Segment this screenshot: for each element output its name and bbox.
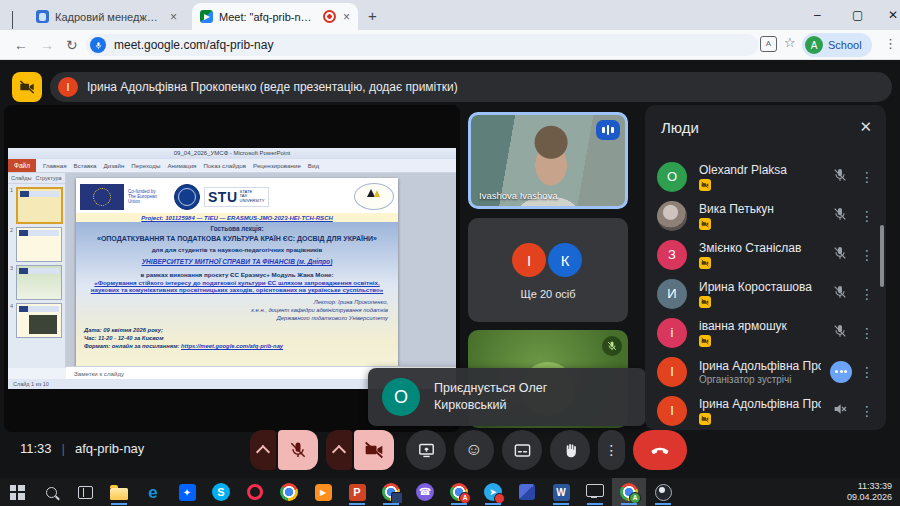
taskbar-clock[interactable]: 11:33:39 09.04.2026 — [847, 481, 900, 504]
powerpoint-ribbon: Файл Главная Вставка Дизайн Переходы Ани… — [8, 159, 456, 173]
dropbox-icon[interactable]: ✦ — [170, 478, 204, 506]
partner-oval-logo — [354, 183, 394, 210]
window-maximize-button[interactable]: ▢ — [852, 8, 863, 22]
ribbon-tab[interactable]: Дизайн — [104, 162, 125, 169]
ribbon-tab[interactable]: Анимация — [167, 162, 196, 169]
avatar: і — [657, 318, 687, 348]
ribbon-tab[interactable]: Переходы — [131, 162, 160, 169]
obs-icon[interactable] — [646, 478, 680, 506]
edge-icon[interactable]: e — [136, 478, 170, 506]
camera-toggle-button-off[interactable] — [354, 430, 394, 470]
university-line: УНІВЕРСИТЕТУ МИТНОЇ СПРАВИ ТА ФІНАНСІВ (… — [76, 258, 398, 265]
participant-menu-icon[interactable]: ⋮ — [860, 209, 874, 223]
audio-off-icon[interactable] — [832, 401, 848, 421]
powerpoint-icon[interactable]: P — [340, 478, 374, 506]
mic-off-icon[interactable] — [832, 284, 848, 304]
participant-menu-icon[interactable]: ⋮ — [860, 365, 874, 379]
chrome-profile-green-icon[interactable]: A — [612, 478, 646, 506]
task-view-icon[interactable] — [68, 478, 102, 506]
telegram-icon[interactable]: ➤ — [476, 478, 510, 506]
participant-menu-icon[interactable]: ⋮ — [860, 287, 874, 301]
lecturer-block: Лектор: Ірина Прокопенко, к.е.н., доцент… — [76, 299, 398, 322]
file-explorer-icon[interactable] — [102, 478, 136, 506]
start-button-icon[interactable] — [0, 478, 34, 506]
window-minimize-button[interactable]: – — [814, 8, 821, 22]
ribbon-tab[interactable]: Главная — [43, 162, 67, 169]
mic-off-icon — [602, 336, 622, 356]
emoji-reaction-button[interactable]: ☺ — [454, 430, 494, 470]
translate-icon[interactable]: A — [760, 36, 777, 52]
slide-thumbnail-2[interactable] — [16, 227, 62, 262]
mic-off-icon[interactable] — [832, 167, 848, 187]
blue-box-app-icon[interactable] — [510, 478, 544, 506]
tab2-title: Meet: "afq-prib-nay" — [219, 11, 315, 23]
powerpoint-window: 09_04_2026_УМСФ - Microsoft PowerPoint Ф… — [8, 148, 456, 389]
presentation-off-button[interactable] — [12, 72, 42, 102]
ribbon-tab[interactable]: Показ слайдов — [203, 162, 246, 169]
participant-menu-icon[interactable]: ⋮ — [860, 326, 874, 340]
people-panel-scrollbar[interactable] — [880, 225, 884, 287]
chrome-icon[interactable] — [272, 478, 306, 506]
video-tile-speaker[interactable]: Ivashova Ivashova — [468, 112, 628, 209]
mic-off-icon[interactable] — [832, 323, 848, 343]
raise-hand-button[interactable] — [550, 430, 590, 470]
back-button[interactable]: ← — [14, 37, 28, 53]
site-mic-permission-icon[interactable] — [90, 37, 106, 53]
url-text: meet.google.com/afq-prib-nay — [114, 38, 273, 52]
slide-thumbnail-1[interactable] — [16, 187, 63, 224]
more-participants-tile[interactable]: І К Ще 20 осіб — [468, 218, 628, 322]
browser-menu-icon[interactable]: ⋮ — [884, 36, 897, 51]
new-tab-button[interactable]: + — [368, 7, 377, 24]
tray-date: 09.04.2026 — [847, 492, 892, 503]
mic-off-icon[interactable] — [832, 245, 848, 265]
recording-indicator-icon — [323, 10, 336, 23]
avatar — [657, 201, 687, 231]
participant-menu-icon[interactable]: ⋮ — [860, 404, 874, 418]
reload-button[interactable]: ↻ — [66, 37, 78, 53]
tab2-close-icon[interactable]: × — [343, 11, 350, 23]
mic-off-icon[interactable] — [832, 206, 848, 226]
panel-tab-slides[interactable]: Слайды — [11, 175, 31, 181]
panel-tab-outline[interactable]: Структура — [35, 175, 61, 181]
tab1-close-icon[interactable]: × — [170, 11, 177, 23]
end-call-button[interactable] — [633, 430, 687, 470]
more-options-button[interactable]: ⋮ — [598, 430, 625, 470]
media-player-icon[interactable]: ▶ — [306, 478, 340, 506]
participant-menu-icon[interactable]: ⋮ — [860, 170, 874, 184]
window-close-button[interactable]: ✕ — [888, 8, 898, 22]
people-panel-close-icon[interactable]: ✕ — [859, 118, 872, 136]
opera-icon[interactable] — [238, 478, 272, 506]
forward-button[interactable]: → — [40, 37, 54, 53]
ribbon-tab[interactable]: Рецензирование — [253, 162, 301, 169]
ribbon-tab[interactable]: Вставка — [74, 162, 97, 169]
slide-thumbnail-4[interactable] — [16, 303, 62, 338]
search-icon[interactable] — [34, 478, 68, 506]
tab-meet[interactable]: Meet: "afq-prib-nay" × — [192, 3, 358, 30]
tab-kadroviy[interactable]: Кадровий менеджмент в пуб… × — [28, 3, 188, 30]
bookmark-star-icon[interactable]: ☆ — [784, 35, 796, 50]
captions-button[interactable] — [502, 430, 542, 470]
host-sublabel: Організатор зустрічі — [699, 374, 821, 385]
chrome-profile-red-icon[interactable]: A — [442, 478, 476, 506]
display-app-icon[interactable] — [578, 478, 612, 506]
word-icon[interactable]: W — [544, 478, 578, 506]
toast-avatar: О — [382, 378, 420, 416]
present-screen-button[interactable] — [406, 430, 446, 470]
chrome-shortcut-icon[interactable] — [374, 478, 408, 506]
ribbon-tab[interactable]: Вид — [308, 162, 319, 169]
tab-search-chevron-icon[interactable] — [12, 11, 13, 29]
profile-avatar: A — [805, 36, 823, 54]
presenter-banner: І Ірина Адольфівна Прокопенко (веде през… — [50, 72, 892, 102]
slide-thumbnail-3[interactable] — [16, 265, 62, 300]
participant-menu-icon[interactable]: ⋮ — [860, 248, 874, 262]
university-emblem-logo — [174, 184, 200, 210]
tab1-title: Кадровий менеджмент в пуб… — [55, 11, 163, 23]
camera-options-chevron[interactable] — [326, 430, 352, 470]
mic-toggle-button-muted[interactable] — [278, 430, 318, 470]
mic-options-chevron[interactable] — [250, 430, 276, 470]
skype-icon[interactable]: S — [204, 478, 238, 506]
ribbon-tab-file[interactable]: Файл — [8, 159, 36, 172]
profile-chip[interactable]: A School — [802, 33, 872, 57]
viber-icon[interactable]: ☎ — [408, 478, 442, 506]
address-bar[interactable]: meet.google.com/afq-prib-nay — [86, 34, 758, 56]
